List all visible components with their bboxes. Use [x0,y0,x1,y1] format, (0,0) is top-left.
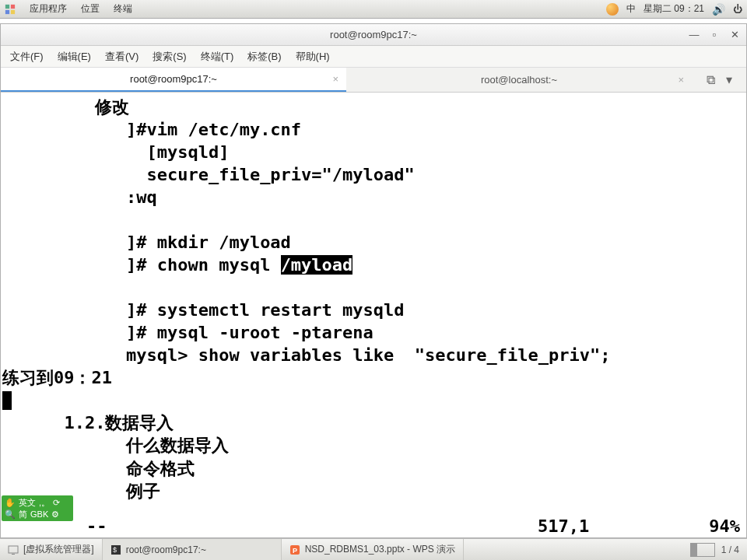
svg-rect-5 [12,554,15,555]
titlebar[interactable]: root@room9pc17:~ — ▫ ✕ [1,24,746,46]
tab-menu-icon[interactable]: ▾ [726,72,732,87]
svg-text:$: $ [113,546,117,554]
ime-hand-icon: ✋ [5,497,16,508]
menu-applications[interactable]: 应用程序 [30,2,67,16]
bottom-taskbar: [虚拟系统管理器] $ root@room9pc17:~ P NSD_RDBMS… [0,538,747,560]
terminal-window: root@room9pc17:~ — ▫ ✕ 文件(F) 编辑(E) 查看(V)… [0,23,747,538]
ime-lang: 英文 [19,497,36,508]
task-label: NSD_RDBMS1_03.pptx - WPS 演示 [305,543,455,556]
menu-edit[interactable]: 编辑(E) [51,47,97,67]
menu-search[interactable]: 搜索(S) [146,47,192,67]
menu-file[interactable]: 文件(F) [4,47,50,67]
menubar: 文件(F) 编辑(E) 查看(V) 搜索(S) 终端(T) 标签(B) 帮助(H… [1,46,746,68]
new-tab-icon[interactable]: ⧉ [707,73,715,87]
tab-close-icon[interactable]: × [332,73,338,85]
svg-rect-0 [5,4,9,8]
pager-thumbnail-icon [690,543,715,557]
notification-icon[interactable] [606,3,619,16]
task-label: [虚拟系统管理器] [23,543,94,556]
wps-icon: P [289,544,300,555]
maximize-button[interactable]: ▫ [706,28,723,42]
virt-manager-icon [8,544,19,555]
ime-search-icon[interactable]: 🔍 [5,509,16,520]
task-wps[interactable]: P NSD_RDBMS1_03.pptx - WPS 演示 [282,539,464,560]
menu-terminal[interactable]: 终端 [114,2,132,16]
terminal-content[interactable]: 修改 ]#vim /etc/my.cnf [mysqld] secure_fil… [1,93,746,516]
minimize-button[interactable]: — [686,28,703,42]
tab-close-icon[interactable]: × [678,74,684,86]
close-button[interactable]: ✕ [726,28,743,42]
status-mode: -- [86,516,107,536]
tab-label: root@localhost:~ [481,74,557,86]
svg-rect-1 [11,4,15,8]
pager-label: 1 / 4 [721,544,739,555]
task-virt-manager[interactable]: [虚拟系统管理器] [0,539,103,560]
activities-icon[interactable] [5,4,16,15]
status-percent: 94% [693,516,740,536]
ime-punct: ,。 [39,497,50,508]
svg-rect-4 [9,546,18,553]
menu-help[interactable]: 帮助(H) [289,47,336,67]
svg-rect-3 [11,9,15,13]
workspace-pager[interactable]: 1 / 4 [682,539,747,560]
window-title: root@room9pc17:~ [330,29,417,40]
ime-indicator[interactable]: 中 [626,2,636,16]
tab-localhost[interactable]: root@localhost:~ × [346,68,692,92]
terminal-icon: $ [110,544,121,555]
ime-toggle-icon[interactable]: ⟳ [53,497,60,508]
menu-view[interactable]: 查看(V) [99,47,145,67]
power-icon[interactable]: ⏻ [733,4,742,15]
tab-room9pc17[interactable]: root@room9pc17:~ × [1,68,346,92]
cursor [2,391,12,410]
task-label: root@room9pc17:~ [126,544,206,555]
menu-places[interactable]: 位置 [81,2,100,16]
menu-tabs[interactable]: 标签(B) [241,47,287,67]
volume-icon[interactable]: 🔊 [712,3,725,16]
highlighted-text: /myload [281,255,353,275]
status-position: 517,1 [538,516,693,536]
ime-charset-simp: 简 [19,509,27,520]
clock[interactable]: 星期二 09：21 [644,2,704,16]
svg-text:P: P [293,547,297,555]
menu-terminal[interactable]: 终端(T) [195,47,240,67]
vim-status-line: -- 517,1 94% [1,516,746,537]
task-terminal[interactable]: $ root@room9pc17:~ [103,539,282,560]
gnome-top-panel: 应用程序 位置 终端 中 星期二 09：21 🔊 ⏻ [0,0,747,19]
svg-rect-2 [5,9,9,13]
ime-charset-gbk: GBK [30,509,48,520]
ime-panel[interactable]: ✋ 英文 ,。 ⟳ 🔍 简 GBK ⚙ [2,495,73,521]
tab-label: root@room9pc17:~ [130,73,217,85]
tab-bar: root@room9pc17:~ × root@localhost:~ × ⧉ … [1,68,746,93]
ime-settings-icon[interactable]: ⚙ [51,509,59,520]
